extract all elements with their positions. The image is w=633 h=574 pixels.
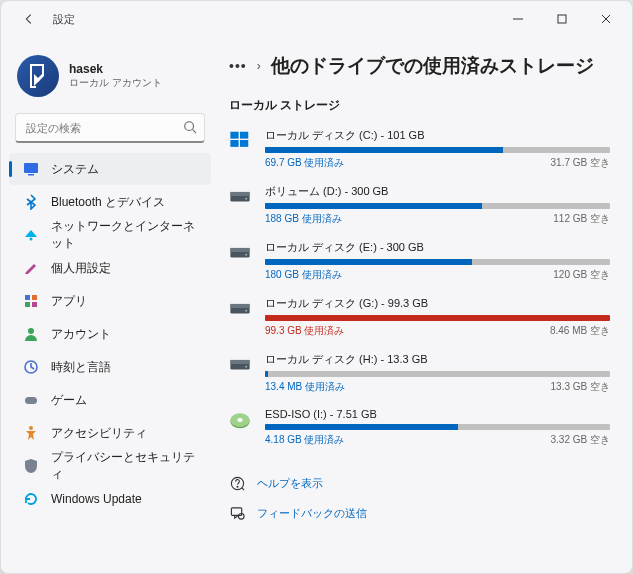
network-icon xyxy=(23,227,39,243)
sidebar: hasek ローカル アカウント システムBluetooth とデバイスネットワ… xyxy=(1,37,219,573)
drive-name: ボリューム (D:) - 300 GB xyxy=(265,184,610,199)
svg-point-35 xyxy=(237,418,243,422)
storage-bar xyxy=(265,203,610,209)
storage-bar xyxy=(265,371,610,377)
svg-rect-9 xyxy=(25,295,30,300)
feedback-label: フィードバックの送信 xyxy=(257,506,367,521)
used-label: 180 GB 使用済み xyxy=(265,268,342,282)
search-input[interactable] xyxy=(15,113,205,143)
drive-list: ローカル ディスク (C:) - 101 GB 69.7 GB 使用済み 31.… xyxy=(229,128,610,447)
nav-item-privacy[interactable]: プライバシーとセキュリティ xyxy=(9,450,211,482)
storage-bar xyxy=(265,147,610,153)
drive-row[interactable]: ローカル ディスク (C:) - 101 GB 69.7 GB 使用済み 31.… xyxy=(229,128,610,170)
nav-label: システム xyxy=(51,161,99,178)
svg-rect-31 xyxy=(230,360,249,364)
back-button[interactable] xyxy=(17,7,41,31)
feedback-icon xyxy=(229,505,245,521)
minimize-button[interactable] xyxy=(496,3,540,35)
time-icon xyxy=(23,359,39,375)
free-label: 3.32 GB 空き xyxy=(551,433,610,447)
nav-label: 時刻と言語 xyxy=(51,359,111,376)
drive-name: ESD-ISO (I:) - 7.51 GB xyxy=(265,408,610,420)
svg-rect-12 xyxy=(32,302,37,307)
breadcrumb: ••• › 他のドライブでの使用済みストレージ xyxy=(229,53,610,79)
window-title: 設定 xyxy=(53,12,75,27)
nav-label: プライバシーとセキュリティ xyxy=(51,449,201,483)
nav-label: アクセシビリティ xyxy=(51,425,147,442)
svg-rect-7 xyxy=(28,174,34,176)
nav-item-system[interactable]: システム xyxy=(9,153,211,185)
breadcrumb-more[interactable]: ••• xyxy=(229,58,247,74)
drive-icon xyxy=(229,241,251,263)
free-label: 31.7 GB 空き xyxy=(551,156,610,170)
drive-row[interactable]: ESD-ISO (I:) - 7.51 GB 4.18 GB 使用済み 3.32… xyxy=(229,408,610,447)
nav-item-personalization[interactable]: 個人用設定 xyxy=(9,252,211,284)
system-icon xyxy=(23,161,39,177)
svg-point-29 xyxy=(245,310,247,312)
feedback-link[interactable]: フィードバックの送信 xyxy=(229,505,610,521)
storage-bar xyxy=(265,424,610,430)
help-links: ヘルプを表示 フィードバックの送信 xyxy=(229,475,610,521)
main-content: ••• › 他のドライブでの使用済みストレージ ローカル ストレージ ローカル … xyxy=(219,37,632,573)
drive-row[interactable]: ボリューム (D:) - 300 GB 188 GB 使用済み 112 GB 空… xyxy=(229,184,610,226)
used-label: 99.3 GB 使用済み xyxy=(265,324,344,338)
nav-item-account[interactable]: アカウント xyxy=(9,318,211,350)
settings-window: 設定 hasek ローカル アカウント xyxy=(0,0,633,574)
nav-item-accessibility[interactable]: アクセシビリティ xyxy=(9,417,211,449)
svg-point-16 xyxy=(29,426,33,430)
nav-item-gaming[interactable]: ゲーム xyxy=(9,384,211,416)
user-name: hasek xyxy=(69,62,162,76)
drive-icon xyxy=(229,353,251,375)
nav-label: Bluetooth とデバイス xyxy=(51,194,165,211)
nav-item-apps[interactable]: アプリ xyxy=(9,285,211,317)
svg-rect-19 xyxy=(230,140,238,147)
nav: システムBluetooth とデバイスネットワークとインターネット個人用設定アプ… xyxy=(5,153,215,515)
svg-point-23 xyxy=(245,198,247,200)
drive-icon xyxy=(229,297,251,319)
svg-rect-18 xyxy=(240,132,248,139)
svg-rect-22 xyxy=(230,192,249,196)
help-icon xyxy=(229,475,245,491)
nav-label: ネットワークとインターネット xyxy=(51,218,201,252)
gaming-icon xyxy=(23,392,39,408)
drive-row[interactable]: ローカル ディスク (H:) - 13.3 GB 13.4 MB 使用済み 13… xyxy=(229,352,610,394)
svg-line-5 xyxy=(193,130,197,134)
svg-rect-28 xyxy=(230,304,249,308)
drive-name: ローカル ディスク (H:) - 13.3 GB xyxy=(265,352,610,367)
help-link[interactable]: ヘルプを表示 xyxy=(229,475,610,491)
nav-label: アカウント xyxy=(51,326,111,343)
svg-point-32 xyxy=(245,366,247,368)
personalization-icon xyxy=(23,260,39,276)
nav-item-network[interactable]: ネットワークとインターネット xyxy=(9,219,211,251)
nav-label: アプリ xyxy=(51,293,87,310)
section-title: ローカル ストレージ xyxy=(229,97,610,114)
bluetooth-icon xyxy=(23,194,39,210)
drive-name: ローカル ディスク (G:) - 99.3 GB xyxy=(265,296,610,311)
svg-rect-6 xyxy=(24,163,38,173)
free-label: 120 GB 空き xyxy=(553,268,610,282)
drive-row[interactable]: ローカル ディスク (E:) - 300 GB 180 GB 使用済み 120 … xyxy=(229,240,610,282)
used-label: 13.4 MB 使用済み xyxy=(265,380,345,394)
nav-item-bluetooth[interactable]: Bluetooth とデバイス xyxy=(9,186,211,218)
svg-point-26 xyxy=(245,254,247,256)
accessibility-icon xyxy=(23,425,39,441)
svg-rect-17 xyxy=(230,132,238,139)
free-label: 8.46 MB 空き xyxy=(550,324,610,338)
svg-rect-15 xyxy=(25,397,37,404)
nav-item-update[interactable]: Windows Update xyxy=(9,483,211,515)
drive-row[interactable]: ローカル ディスク (G:) - 99.3 GB 99.3 GB 使用済み 8.… xyxy=(229,296,610,338)
drive-icon xyxy=(229,409,251,431)
svg-point-8 xyxy=(30,238,33,241)
nav-label: ゲーム xyxy=(51,392,87,409)
drive-icon xyxy=(229,129,251,151)
nav-item-time[interactable]: 時刻と言語 xyxy=(9,351,211,383)
svg-line-38 xyxy=(241,487,243,489)
storage-bar xyxy=(265,315,610,321)
nav-label: Windows Update xyxy=(51,492,142,506)
apps-icon xyxy=(23,293,39,309)
close-button[interactable] xyxy=(584,3,628,35)
svg-rect-10 xyxy=(32,295,37,300)
maximize-button[interactable] xyxy=(540,3,584,35)
drive-icon xyxy=(229,185,251,207)
user-card[interactable]: hasek ローカル アカウント xyxy=(5,45,215,111)
